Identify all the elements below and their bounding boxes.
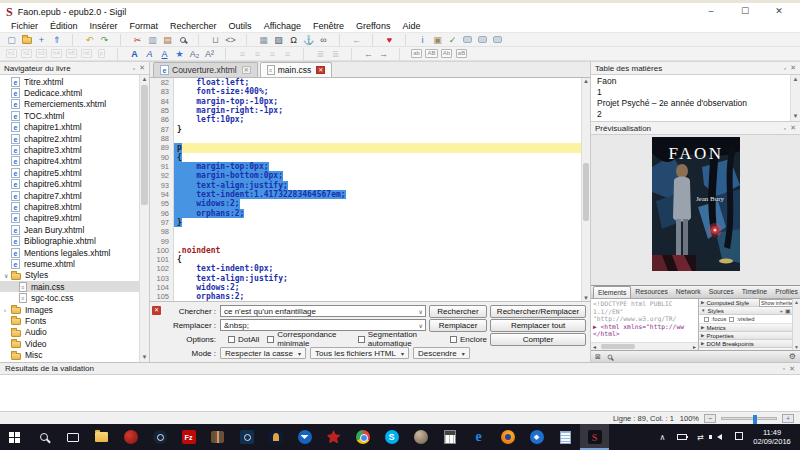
scroll-down-icon[interactable]: ▼ — [140, 353, 149, 362]
calibre-icon[interactable] — [203, 424, 232, 450]
tree-item-chapitre1-xhtml[interactable]: echapitre1.xhtml — [0, 122, 149, 133]
menu-rechercher[interactable]: Rechercher — [164, 21, 223, 31]
editor-tab-couverture-xhtml[interactable]: eCouverture.xhtml✕ — [153, 62, 258, 77]
inspector-section-metrics[interactable]: ▶Metrics — [699, 324, 800, 332]
inspector-tab-network[interactable]: Network — [672, 286, 705, 298]
checkbox[interactable] — [358, 336, 365, 343]
notepad-icon[interactable] — [551, 424, 580, 450]
tree-item-jean-bury-xhtml[interactable]: eJean Bury.xhtml — [0, 224, 149, 235]
strike-star-icon[interactable]: ★ — [172, 48, 187, 60]
zoom-slider[interactable] — [721, 417, 777, 420]
tree-item-bibliographie-xhtml[interactable]: eBibliographie.xhtml — [0, 235, 149, 246]
outdent-icon[interactable]: ← — [361, 48, 376, 60]
menu-insrer[interactable]: Insérer — [84, 21, 124, 31]
tree-item-video[interactable]: Video — [0, 338, 149, 349]
code-editor[interactable]: 82 float:left;83 font-size:400%;84 margi… — [150, 78, 590, 301]
checkbox[interactable] — [704, 317, 709, 322]
maximize-button[interactable]: ☐ — [728, 3, 762, 20]
tree-expand-icon[interactable]: ∨ — [4, 272, 11, 279]
tree-item-resume-xhtml[interactable]: eresume.xhtml — [0, 258, 149, 269]
menu-outils[interactable]: Outils — [223, 21, 258, 31]
tree-item-chapitre8-xhtml[interactable]: echapitre8.xhtml — [0, 201, 149, 212]
battery-icon[interactable] — [672, 433, 691, 442]
link-icon[interactable]: ∞ — [316, 34, 331, 46]
italic-icon[interactable]: A — [142, 48, 157, 60]
skype-icon[interactable]: S — [377, 424, 406, 450]
firefox-icon[interactable] — [493, 424, 522, 450]
inspector-scrollbar[interactable]: ▲▼ — [792, 299, 800, 350]
tree-item-chapitre2-xhtml[interactable]: echapitre2.xhtml — [0, 133, 149, 144]
copy-icon[interactable]: ▥ — [145, 34, 160, 46]
superscript-icon[interactable]: A² — [202, 48, 217, 60]
cut-icon[interactable]: ✂ — [130, 34, 145, 46]
metadata-icon[interactable]: i — [415, 34, 430, 46]
editor-scrollbar[interactable]: ▲▼ — [581, 78, 590, 301]
tree-item-audio[interactable]: Audio — [0, 327, 149, 338]
combo-arrow-icon[interactable]: ∨ — [419, 308, 423, 315]
tree-item-chapitre7-xhtml[interactable]: echapitre7.xhtml — [0, 190, 149, 201]
section-tool-icon[interactable]: ▣ — [785, 307, 791, 314]
tree-item-remerciements-xhtml[interactable]: eRemerciements.xhtml — [0, 99, 149, 110]
inspector-tab-sources[interactable]: Sources — [705, 286, 738, 298]
scroll-down-icon[interactable]: ▼ — [791, 112, 800, 121]
editor-tab-main-css[interactable]: ≡main.css✕ — [260, 62, 333, 77]
tree-item-fonts[interactable]: Fonts — [0, 315, 149, 326]
zoom-out-button[interactable]: − — [704, 414, 716, 423]
checkbox[interactable] — [729, 317, 734, 322]
tree-item-chapitre5-xhtml[interactable]: echapitre5.xhtml — [0, 167, 149, 178]
tree-item-images[interactable]: ›Images — [0, 304, 149, 315]
find-input[interactable]: ce n'est qu'un enfantillage∨ — [220, 305, 426, 317]
tree-item-styles[interactable]: ∨Styles — [0, 270, 149, 281]
tree-item-toc-xhtml[interactable]: eTOC.xhtml — [0, 110, 149, 121]
close-search-icon[interactable]: ✕ — [152, 306, 161, 315]
tab-close-icon[interactable]: ✕ — [242, 66, 251, 74]
open-file-icon[interactable] — [19, 34, 34, 46]
zoom-in-button[interactable]: + — [782, 414, 794, 423]
steam-icon[interactable] — [145, 424, 174, 450]
indent-icon[interactable]: → — [376, 48, 391, 60]
menu-greffons[interactable]: Greffons — [350, 21, 396, 31]
inspector-tab-profiles[interactable]: Profiles — [771, 286, 800, 298]
filezilla-icon[interactable]: Fz — [174, 424, 203, 450]
network-icon[interactable]: ⇄ — [691, 433, 710, 442]
tree-item-main-css[interactable]: ≡main.css — [0, 281, 149, 292]
tree-item-chapitre6-xhtml[interactable]: echapitre6.xhtml — [0, 179, 149, 190]
close-button[interactable]: ✕ — [762, 3, 796, 20]
bold-icon[interactable]: A — [127, 48, 142, 60]
menu-aide[interactable]: Aide — [396, 21, 426, 31]
code-view-icon[interactable]: <> — [223, 34, 238, 46]
tree-item-dedicace-xhtml[interactable]: eDedicace.xhtml — [0, 87, 149, 98]
inspector-hscrollbar[interactable]: ◄► — [591, 342, 698, 350]
special-character-icon[interactable]: Ω — [286, 34, 301, 46]
close-panel-icon[interactable]: ✕ — [790, 124, 796, 132]
inspector-section-computed-style[interactable]: ▶Computed StyleShow inherited — [699, 299, 800, 307]
toc-entry[interactable]: Faon — [591, 76, 800, 87]
inspector-tab-elements[interactable]: Elements — [593, 286, 631, 298]
add-file-icon[interactable]: + — [34, 34, 49, 46]
app-red-icon[interactable] — [116, 424, 145, 450]
checkbox[interactable] — [228, 336, 235, 343]
close-panel-icon[interactable]: ✕ — [790, 64, 796, 72]
find-button[interactable]: Rechercher — [429, 305, 487, 318]
split-section-icon[interactable]: ⊔ — [208, 34, 223, 46]
taskbar-clock[interactable]: 11:4902/09/2016 — [748, 428, 800, 446]
taskbar-search-icon[interactable] — [29, 424, 58, 450]
insert-file-icon[interactable]: ▦ — [256, 34, 271, 46]
mode-dropdown-descendre[interactable]: Descendre▾ — [413, 347, 470, 359]
redo-icon[interactable]: ↷ — [97, 34, 112, 46]
inspect-element-icon[interactable]: ⊠ — [595, 353, 601, 361]
tree-expand-icon[interactable]: › — [4, 307, 11, 313]
edge-icon[interactable]: e — [464, 424, 493, 450]
tray-chevron-icon[interactable]: ∧ — [653, 433, 672, 442]
replace-all-button[interactable]: Remplacer tout — [490, 319, 586, 332]
section-tool-icon[interactable]: + — [779, 308, 783, 314]
minimize-button[interactable]: – — [694, 3, 728, 20]
kindle-icon[interactable] — [261, 424, 290, 450]
file-explorer-icon[interactable] — [87, 424, 116, 450]
task-view-icon[interactable] — [58, 424, 87, 450]
app-blue-icon[interactable]: ◆ — [522, 424, 551, 450]
scroll-up-icon[interactable]: ▲ — [791, 75, 800, 84]
inspector-tab-timeline[interactable]: Timeline — [738, 286, 771, 298]
menu-affichage[interactable]: Affichage — [258, 21, 307, 31]
inspector-section-dom-breakpoints[interactable]: ▶DOM Breakpoints — [699, 340, 800, 348]
